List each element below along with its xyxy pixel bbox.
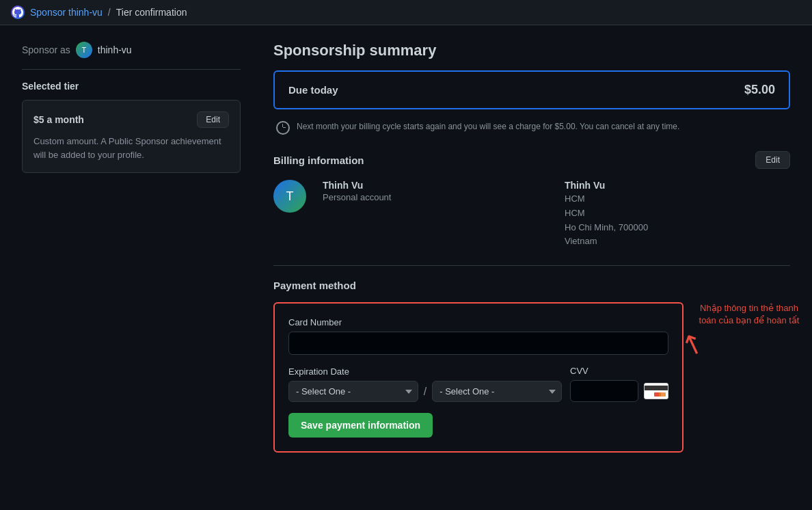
cvv-input-row <box>570 380 668 402</box>
breadcrumb-bar: Sponsor thinh-vu / Tier confirmation <box>0 0 812 25</box>
sponsor-as-name: thinh-vu <box>98 44 132 55</box>
sponsor-as-row: Sponsor as T thinh-vu <box>22 42 241 70</box>
expiry-label: Expiration Date <box>288 366 562 377</box>
billing-notice-text: Next month your billing cycle starts aga… <box>297 120 679 133</box>
expiry-group: Expiration Date - Select One - 01020304 … <box>288 366 562 402</box>
payment-section-title: Payment method <box>273 280 790 291</box>
cvv-group: CVV <box>570 366 668 402</box>
breadcrumb-separator: / <box>108 7 111 18</box>
cvv-label: CVV <box>570 366 668 376</box>
clock-icon <box>276 121 290 135</box>
annotation-text: Nhập thông tin thẻ thanh toán của bạn để… <box>694 302 804 327</box>
section-divider <box>273 265 790 266</box>
tier-edit-button[interactable]: Edit <box>197 111 229 128</box>
billing-address-line2: HCM <box>565 206 790 221</box>
billing-info-header: Billing information Edit <box>273 151 790 169</box>
billing-user-info: Thinh Vu Personal account <box>323 180 548 202</box>
annotation-container: Nhập thông tin thẻ thanh toán của bạn để… <box>667 302 804 361</box>
billing-notice: Next month your billing cycle starts aga… <box>273 120 790 135</box>
due-today-label: Due today <box>288 84 338 96</box>
site-logo <box>11 5 25 19</box>
billing-info-section: Billing information Edit T Thinh Vu Pers… <box>273 151 790 249</box>
billing-address-line1: HCM <box>565 192 790 206</box>
billing-address-line4: Vietnam <box>565 234 790 249</box>
billing-user-name: Thinh Vu <box>323 180 548 191</box>
content-area: Sponsorship summary Due today $5.00 Next… <box>273 42 790 453</box>
billing-info-content: T Thinh Vu Personal account Thinh Vu HCM… <box>273 180 790 249</box>
tier-card-header: $5 a month Edit <box>33 111 229 128</box>
tier-amount: $5 a month <box>33 114 84 125</box>
billing-user-type: Personal account <box>323 192 548 202</box>
tier-description: Custom amount. A Public Sponsor achievem… <box>33 135 229 161</box>
due-today-box: Due today $5.00 <box>273 70 790 109</box>
cvv-input[interactable] <box>570 380 638 402</box>
card-number-group: Card Number <box>288 317 668 355</box>
billing-address-name: Thinh Vu <box>565 180 790 191</box>
billing-address: Thinh Vu HCM HCM Ho Chi Minh, 700000 Vie… <box>565 180 790 249</box>
expiry-month-select[interactable]: - Select One - 01020304 05060708 0910111… <box>288 381 418 402</box>
cvv-card-icon <box>644 383 668 399</box>
breadcrumb-link[interactable]: Sponsor thinh-vu <box>30 7 103 18</box>
billing-address-lines: HCM HCM Ho Chi Minh, 700000 Vietnam <box>565 192 790 249</box>
tier-card: $5 a month Edit Custom amount. A Public … <box>22 100 241 173</box>
breadcrumb-current: Tier confirmation <box>116 7 187 18</box>
due-today-amount: $5.00 <box>744 83 775 97</box>
save-payment-button[interactable]: Save payment information <box>288 413 433 438</box>
main-layout: Sponsor as T thinh-vu Selected tier $5 a… <box>0 25 812 469</box>
payment-annotation-wrapper: Card Number Expiration Date - Select One… <box>273 302 790 453</box>
expiry-cvv-row: Expiration Date - Select One - 01020304 … <box>288 366 668 402</box>
payment-card: Card Number Expiration Date - Select One… <box>273 302 684 453</box>
card-number-input[interactable] <box>288 332 668 355</box>
sidebar: Sponsor as T thinh-vu Selected tier $5 a… <box>22 42 241 453</box>
page-title: Sponsorship summary <box>273 42 790 59</box>
billing-info-title: Billing information <box>273 155 364 166</box>
billing-address-line3: Ho Chi Minh, 700000 <box>565 221 790 235</box>
billing-user-avatar: T <box>273 180 306 213</box>
expiry-year-select[interactable]: - Select One - 2024202520262027 20282029… <box>432 381 562 402</box>
sponsor-as-avatar: T <box>76 42 92 58</box>
sponsor-as-label: Sponsor as <box>22 44 70 55</box>
card-number-label: Card Number <box>288 317 668 327</box>
slash-separator: / <box>424 386 427 398</box>
selected-tier-label: Selected tier <box>22 81 241 92</box>
expiry-selects: - Select One - 01020304 05060708 0910111… <box>288 381 562 402</box>
billing-edit-button[interactable]: Edit <box>755 151 790 169</box>
